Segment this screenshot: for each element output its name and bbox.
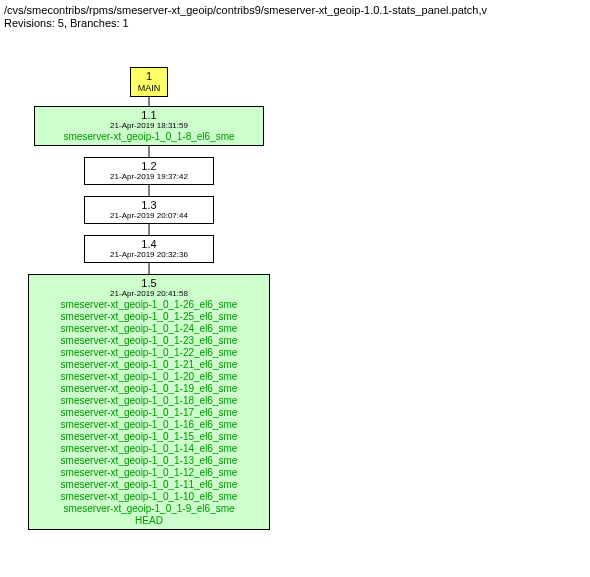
revision-tag: smeserver-xt_geoip-1_0_1-17_el6_sme	[32, 407, 266, 419]
revision-node-1-1[interactable]: 1.1 21-Apr-2019 18:31:59 smeserver-xt_ge…	[34, 106, 264, 146]
revision-tag: smeserver-xt_geoip-1_0_1-14_el6_sme	[32, 443, 266, 455]
revision-tag: smeserver-xt_geoip-1_0_1-22_el6_sme	[32, 347, 266, 359]
branch-node-main[interactable]: 1 MAIN	[130, 67, 168, 97]
revision-tag: smeserver-xt_geoip-1_0_1-8_el6_sme	[38, 131, 260, 143]
revision-date: 21-Apr-2019 18:31:59	[38, 121, 260, 131]
revision-date: 21-Apr-2019 20:32:36	[88, 250, 210, 260]
revision-node-1-4[interactable]: 1.4 21-Apr-2019 20:32:36	[84, 235, 214, 263]
revision-tag: smeserver-xt_geoip-1_0_1-9_el6_sme	[32, 503, 266, 515]
branch-number: 1	[134, 70, 164, 82]
revision-tag: smeserver-xt_geoip-1_0_1-24_el6_sme	[32, 323, 266, 335]
revision-number: 1.1	[38, 109, 260, 121]
revision-tag: smeserver-xt_geoip-1_0_1-18_el6_sme	[32, 395, 266, 407]
revision-node-1-5[interactable]: 1.5 21-Apr-2019 20:41:58 smeserver-xt_ge…	[28, 274, 270, 530]
revision-tag: smeserver-xt_geoip-1_0_1-12_el6_sme	[32, 467, 266, 479]
revision-tag: smeserver-xt_geoip-1_0_1-21_el6_sme	[32, 359, 266, 371]
revision-node-1-3[interactable]: 1.3 21-Apr-2019 20:07:44	[84, 196, 214, 224]
branch-label: MAIN	[134, 82, 164, 94]
revision-number: 1.3	[88, 199, 210, 211]
revision-tag: smeserver-xt_geoip-1_0_1-15_el6_sme	[32, 431, 266, 443]
revision-tag: smeserver-xt_geoip-1_0_1-19_el6_sme	[32, 383, 266, 395]
revision-tag: smeserver-xt_geoip-1_0_1-26_el6_sme	[32, 299, 266, 311]
revision-date: 21-Apr-2019 20:41:58	[32, 289, 266, 299]
file-path: /cvs/smecontribs/rpms/smeserver-xt_geoip…	[4, 4, 586, 16]
revision-tag: smeserver-xt_geoip-1_0_1-16_el6_sme	[32, 419, 266, 431]
revision-date: 21-Apr-2019 20:07:44	[88, 211, 210, 221]
revision-date: 21-Apr-2019 19:37:42	[88, 172, 210, 182]
revision-number: 1.5	[32, 277, 266, 289]
revision-graph: 1 MAIN 1.1 21-Apr-2019 18:31:59 smeserve…	[4, 35, 586, 575]
revision-number: 1.4	[88, 238, 210, 250]
revision-node-1-2[interactable]: 1.2 21-Apr-2019 19:37:42	[84, 157, 214, 185]
revision-tag: smeserver-xt_geoip-1_0_1-13_el6_sme	[32, 455, 266, 467]
revision-tag: smeserver-xt_geoip-1_0_1-11_el6_sme	[32, 479, 266, 491]
revision-tag: HEAD	[32, 515, 266, 527]
revision-tag: smeserver-xt_geoip-1_0_1-10_el6_sme	[32, 491, 266, 503]
revision-number: 1.2	[88, 160, 210, 172]
revision-tag: smeserver-xt_geoip-1_0_1-20_el6_sme	[32, 371, 266, 383]
revision-tag: smeserver-xt_geoip-1_0_1-25_el6_sme	[32, 311, 266, 323]
revision-tag: smeserver-xt_geoip-1_0_1-23_el6_sme	[32, 335, 266, 347]
revision-stats: Revisions: 5, Branches: 1	[4, 17, 586, 29]
